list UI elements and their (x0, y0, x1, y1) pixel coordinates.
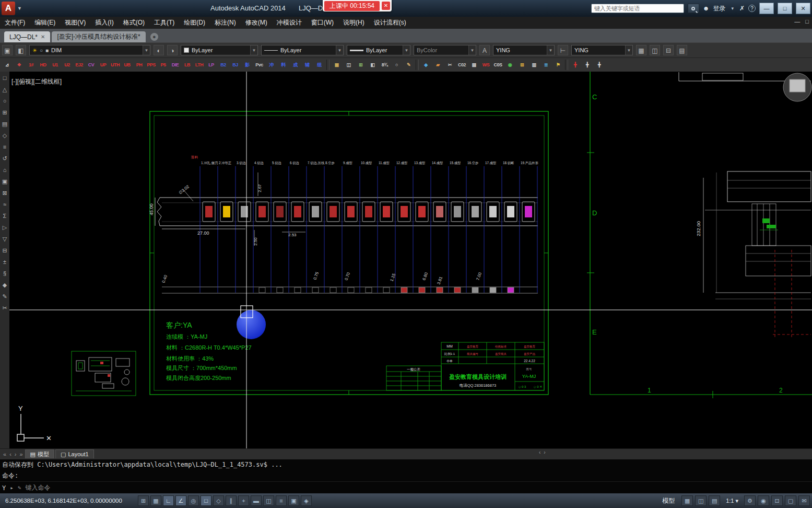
toolbar-icon[interactable]: ⊞ (516, 59, 528, 71)
user-icon[interactable]: ☻ (703, 5, 710, 12)
menu-item[interactable]: 冲模设计 (272, 17, 307, 29)
command-line-area[interactable]: 自动保存到 C:\Users\Administrator\appdata\loc… (0, 459, 812, 493)
doc-tab[interactable]: LJQ—DL*✕ (4, 31, 50, 42)
toolbar-icon[interactable]: DIE (169, 59, 181, 71)
status-icon[interactable]: ⚙ (744, 495, 756, 506)
tool-icon[interactable]: ≡ (3, 144, 6, 151)
plot-style-dropdown[interactable]: ByColor ▼ (414, 45, 476, 55)
toolbar-icon[interactable]: 成 (289, 59, 301, 71)
status-icon[interactable]: ✉ (798, 495, 810, 506)
restore-button[interactable]: □ (778, 3, 792, 14)
table-style-icon[interactable]: ▦ (636, 45, 646, 55)
toolbar-icon[interactable]: U1 (49, 59, 61, 71)
toolbar-icon[interactable]: C0S (492, 59, 504, 71)
tool-icon[interactable]: ✎ (2, 293, 7, 300)
toolbar-icon[interactable]: 料 (277, 59, 289, 71)
last-tab-icon[interactable]: » (18, 451, 23, 457)
status-toggle[interactable]: ∟ (163, 495, 174, 506)
toolbar-icon[interactable]: WS (480, 59, 492, 71)
tool-icon[interactable]: ◆ (3, 282, 7, 288)
command-input-row[interactable]: Y ▸ ✎ 键入命令 (0, 481, 812, 494)
toolbar-icon[interactable]: ▦ (331, 59, 343, 71)
status-toggle[interactable]: + (238, 495, 249, 506)
tool-icon[interactable]: § (3, 270, 6, 277)
toolbar-icon[interactable]: U2 (61, 59, 73, 71)
tool-icon[interactable]: ○ (3, 98, 7, 105)
toolbar-icon[interactable]: B2 (217, 59, 229, 71)
toolbar-icon[interactable]: CV (85, 59, 97, 71)
tool-icon[interactable]: ± (3, 259, 6, 265)
chevron-down-icon[interactable]: ▼ (625, 45, 632, 55)
toolbar-icon[interactable]: 8¾ (379, 59, 391, 71)
doc-window-controls[interactable]: —□ (794, 18, 809, 25)
menu-item[interactable]: 窗口(W) (307, 17, 338, 29)
text-style-icon[interactable]: A (479, 45, 490, 55)
lineweight-dropdown[interactable]: ByLayer ▼ (347, 45, 410, 55)
menu-item[interactable]: 文件(F) (0, 17, 30, 29)
tab-model[interactable]: ▤ 模型 (25, 449, 54, 458)
tool-icon[interactable]: ↺ (2, 155, 7, 162)
toolbar-icon[interactable]: ✎ (403, 59, 415, 71)
toolbar-icon[interactable]: ╋ (569, 59, 581, 71)
toolbar-icon[interactable]: 组 (313, 59, 325, 71)
toolbar-icon[interactable]: UTH (109, 59, 121, 71)
toolbar-icon[interactable]: UB (121, 59, 133, 71)
prev-tab-icon[interactable]: ‹ (8, 451, 13, 457)
toolbar-icon[interactable]: ◫ (343, 59, 355, 71)
toolbar-icon[interactable]: LTH (193, 59, 205, 71)
toolbar-icon[interactable]: ◧ (367, 59, 379, 71)
toolbar-icon[interactable]: ≣ (540, 59, 552, 71)
status-toggle[interactable]: ∠ (175, 495, 186, 506)
viewport-controls[interactable]: [-][俯视][二维线框] (11, 77, 62, 86)
model-space-button[interactable]: 模型 (658, 497, 679, 505)
help-icon[interactable]: ? (748, 5, 756, 12)
chevron-down-icon[interactable]: ▼ (547, 45, 554, 55)
annotation-scale-button[interactable]: 1:1 ▾ (723, 498, 742, 504)
toolbar-icon[interactable]: EJ2 (73, 59, 85, 71)
menu-item[interactable]: 设计流程(s) (369, 17, 411, 29)
status-icon[interactable]: ⊡ (771, 495, 783, 506)
first-tab-icon[interactable]: « (2, 451, 7, 457)
toolbar-icon[interactable]: LP (205, 59, 217, 71)
toolbar-icon[interactable]: ▤ (468, 59, 480, 71)
layout-scroll-arrows[interactable]: ‹› (539, 449, 546, 455)
tool-icon[interactable]: ⌂ (3, 167, 7, 174)
toolbar-icon[interactable]: Pvc (253, 59, 265, 71)
status-toggle[interactable]: ◈ (301, 495, 312, 506)
doc-tab[interactable]: [盈安]-冲压模具结构设计标准* (52, 31, 145, 42)
plot-icon[interactable]: ⊟ (663, 45, 674, 55)
color-dropdown[interactable]: ByLayer ▼ (181, 45, 258, 55)
menu-item[interactable]: 插入(I) (90, 17, 118, 29)
customize-icon[interactable]: ✎ (18, 484, 21, 491)
make-layer-current-icon[interactable]: ◐ (154, 45, 164, 55)
status-toggle[interactable]: □ (201, 495, 211, 506)
app-logo-icon[interactable]: A (2, 2, 15, 15)
status-toggle[interactable]: ◎ (188, 495, 199, 506)
toolbar-icon[interactable]: ○ (391, 59, 403, 71)
chevron-down-icon[interactable]: ▼ (143, 45, 150, 55)
tool-icon[interactable]: ⊟ (2, 247, 7, 254)
toolbar-icon[interactable]: P5 (157, 59, 169, 71)
tool-icon[interactable]: ≈ (3, 201, 6, 208)
status-toggle[interactable]: ∥ (226, 495, 237, 506)
tool-icon[interactable]: ▣ (2, 178, 7, 185)
drawing-canvas[interactable]: [-][俯视][二维线框] (9, 72, 812, 448)
chevron-down-icon[interactable]: ▼ (468, 45, 476, 55)
status-toggle[interactable]: ▦ (150, 495, 161, 506)
search-input[interactable] (591, 4, 684, 13)
status-toggle[interactable]: ⊞ (138, 495, 149, 506)
status-toggle[interactable]: ▬ (251, 495, 262, 506)
tool-icon[interactable]: □ (3, 75, 7, 82)
toolbar-icon[interactable]: ❖ (13, 59, 25, 71)
chevron-down-icon[interactable]: ▼ (336, 45, 343, 55)
popup-close-icon[interactable]: ✕ (382, 2, 390, 10)
text-style-dropdown[interactable]: YING ▼ (493, 45, 555, 55)
toolbar-icon[interactable]: LB (181, 59, 193, 71)
menu-item[interactable]: 说明(H) (338, 17, 369, 29)
toolbar-icon[interactable]: ╋ (593, 59, 605, 71)
toolbar-icon[interactable]: 辅 (301, 59, 313, 71)
search-button[interactable] (688, 4, 699, 13)
menu-item[interactable]: 工具(T) (149, 17, 179, 29)
tool-icon[interactable]: ◇ (3, 132, 7, 139)
toolbar-icon[interactable]: ◉ (504, 59, 516, 71)
